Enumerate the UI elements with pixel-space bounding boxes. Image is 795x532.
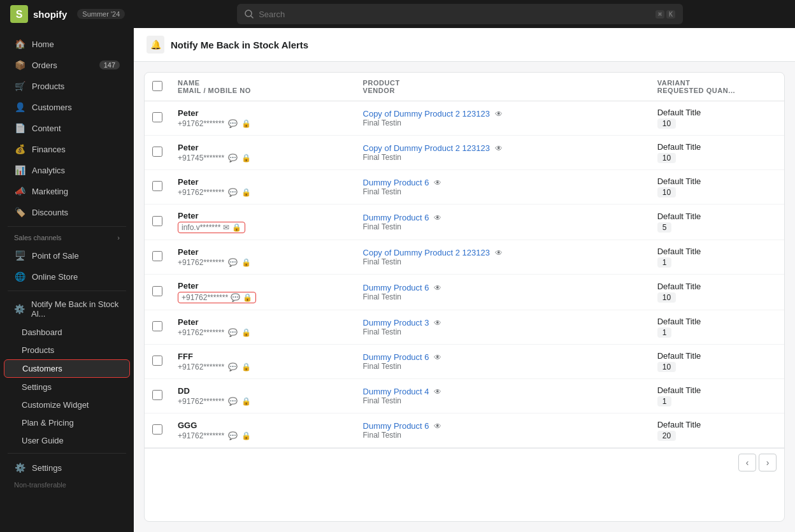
- eye-icon[interactable]: 👁: [434, 213, 441, 222]
- row-checkbox[interactable]: [152, 147, 162, 157]
- row-checkbox-cell[interactable]: [145, 413, 170, 448]
- lock-icon: 🔒: [241, 258, 251, 267]
- product-link[interactable]: Dummy Product 6: [363, 178, 429, 187]
- product-link[interactable]: Copy of Dummy Product 2 123123: [363, 248, 490, 257]
- eye-icon[interactable]: 👁: [495, 248, 503, 257]
- sidebar-app-title[interactable]: ⚙️ Notify Me Back in Stock Al...: [4, 295, 130, 323]
- row-checkbox-cell[interactable]: [145, 101, 170, 136]
- row-checkbox-cell[interactable]: [145, 345, 170, 379]
- product-cell: Copy of Dummy Product 2 123123 👁 Final T…: [355, 240, 650, 275]
- row-checkbox[interactable]: [152, 112, 162, 122]
- eye-icon[interactable]: 👁: [434, 353, 441, 362]
- message-icon[interactable]: 💬: [228, 431, 238, 440]
- search-bar[interactable]: ⌘ K: [237, 4, 683, 24]
- row-checkbox[interactable]: [152, 356, 162, 366]
- message-icon[interactable]: 💬: [228, 328, 238, 337]
- eye-icon[interactable]: 👁: [434, 284, 441, 292]
- sidebar-label-marketing: Marketing: [32, 187, 68, 196]
- row-checkbox[interactable]: [152, 251, 162, 261]
- row-checkbox-cell[interactable]: [145, 205, 170, 240]
- product-name-row: Dummy Product 3 👁: [363, 318, 642, 327]
- product-link[interactable]: Copy of Dummy Product 2 123123: [363, 109, 490, 119]
- products-icon: 🛒: [14, 80, 25, 92]
- row-checkbox-cell[interactable]: [145, 240, 170, 275]
- eye-icon[interactable]: 👁: [434, 387, 441, 396]
- variant-title: Default Title: [657, 176, 777, 186]
- sidebar-item-finances[interactable]: 💰 Finances: [4, 139, 130, 159]
- variant-cell: Default Title 1: [650, 310, 784, 345]
- product-link[interactable]: Dummy Product 3: [363, 318, 429, 327]
- sidebar-label-products: Products: [32, 82, 64, 91]
- row-checkbox[interactable]: [152, 181, 162, 191]
- message-icon[interactable]: 💬: [228, 397, 238, 406]
- sidebar-item-point-of-sale[interactable]: 🖥️ Point of Sale: [4, 245, 130, 266]
- row-checkbox[interactable]: [152, 424, 162, 435]
- sidebar-sub-item-customize-widget[interactable]: Customize Widget: [4, 396, 130, 413]
- product-link[interactable]: Dummy Product 6: [363, 421, 429, 431]
- sidebar-item-analytics[interactable]: 📊 Analytics: [4, 160, 130, 180]
- eye-icon[interactable]: 👁: [434, 178, 441, 187]
- highlighted-phone: +91762******* 💬 🔒: [178, 292, 256, 303]
- sidebar-item-online-store[interactable]: 🌐 Online Store: [4, 266, 130, 287]
- customer-name: FFF: [178, 352, 348, 361]
- sidebar-item-settings[interactable]: ⚙️ Settings: [4, 457, 130, 478]
- variant-cell: Default Title 10: [650, 275, 784, 310]
- eye-icon[interactable]: 👁: [434, 422, 441, 431]
- customer-contact: +91762******* 💬 🔒: [178, 363, 348, 371]
- row-checkbox[interactable]: [152, 286, 162, 296]
- vendor-name: Final Testin: [363, 222, 642, 231]
- row-checkbox-cell[interactable]: [145, 310, 170, 345]
- select-all-checkbox[interactable]: [152, 81, 162, 91]
- sidebar-item-marketing[interactable]: 📣 Marketing: [4, 181, 130, 201]
- row-checkbox[interactable]: [152, 321, 162, 331]
- sales-channels-header[interactable]: Sales channels ›: [4, 231, 130, 245]
- product-link[interactable]: Dummy Product 4: [363, 387, 429, 396]
- sidebar-sub-item-user-guide[interactable]: User Guide: [4, 432, 130, 449]
- pagination-next[interactable]: ›: [759, 454, 777, 471]
- product-link[interactable]: Dummy Product 6: [363, 213, 429, 222]
- sidebar-sub-item-plan-pricing[interactable]: Plan & Pricing: [4, 414, 130, 431]
- table-row: Peter +91762******* 💬 🔒 Dummy Product 6 …: [145, 170, 784, 205]
- qty-badge: 1: [657, 396, 672, 406]
- email-icon[interactable]: ✉: [223, 223, 229, 232]
- message-icon[interactable]: 💬: [228, 363, 238, 371]
- sidebar-item-customers[interactable]: 👤 Customers: [4, 97, 130, 117]
- row-checkbox-cell[interactable]: [145, 379, 170, 413]
- sidebar-item-orders[interactable]: 📦 Orders 147: [4, 55, 130, 75]
- sidebar-item-discounts[interactable]: 🏷️ Discounts: [4, 202, 130, 222]
- search-input[interactable]: [259, 10, 650, 19]
- sidebar-sub-item-dashboard[interactable]: Dashboard: [4, 324, 130, 341]
- sidebar-sub-item-settings[interactable]: Settings: [4, 378, 130, 396]
- vendor-name: Final Testin: [363, 396, 642, 405]
- row-checkbox-cell[interactable]: [145, 170, 170, 205]
- product-link[interactable]: Dummy Product 6: [363, 283, 429, 292]
- sidebar-item-home[interactable]: 🏠 Home: [4, 34, 130, 54]
- vendor-name: Final Testin: [363, 362, 642, 371]
- product-link[interactable]: Dummy Product 6: [363, 352, 429, 362]
- sidebar-item-content[interactable]: 📄 Content: [4, 118, 130, 138]
- sidebar-item-products[interactable]: 🛒 Products: [4, 76, 130, 96]
- finances-icon: 💰: [14, 143, 25, 155]
- select-all-col[interactable]: [145, 73, 170, 101]
- sidebar-sub-item-customers[interactable]: Customers: [4, 359, 130, 378]
- eye-icon[interactable]: 👁: [495, 110, 503, 119]
- product-link[interactable]: Copy of Dummy Product 2 123123: [363, 143, 490, 153]
- product-cell: Dummy Product 3 👁 Final Testin: [355, 310, 650, 345]
- message-icon[interactable]: 💬: [228, 258, 238, 267]
- pagination-prev[interactable]: ‹: [738, 454, 756, 471]
- eye-icon[interactable]: 👁: [495, 144, 503, 153]
- qty-badge: 20: [657, 431, 676, 441]
- message-icon[interactable]: 💬: [231, 293, 240, 302]
- eye-icon[interactable]: 👁: [434, 319, 441, 327]
- row-checkbox[interactable]: [152, 216, 162, 226]
- row-checkbox-cell[interactable]: [145, 136, 170, 170]
- name-cell: Peter +91762******* 💬 🔒: [170, 170, 355, 205]
- row-checkbox-cell[interactable]: [145, 275, 170, 310]
- variant-cell: Default Title 10: [650, 101, 784, 136]
- sidebar-sub-item-products[interactable]: Products: [4, 341, 130, 359]
- message-icon[interactable]: 💬: [228, 188, 238, 197]
- th-name: NAME EMAIL / MOBILE NO: [170, 73, 355, 101]
- message-icon[interactable]: 💬: [228, 154, 238, 162]
- message-icon[interactable]: 💬: [228, 119, 238, 128]
- row-checkbox[interactable]: [152, 390, 162, 400]
